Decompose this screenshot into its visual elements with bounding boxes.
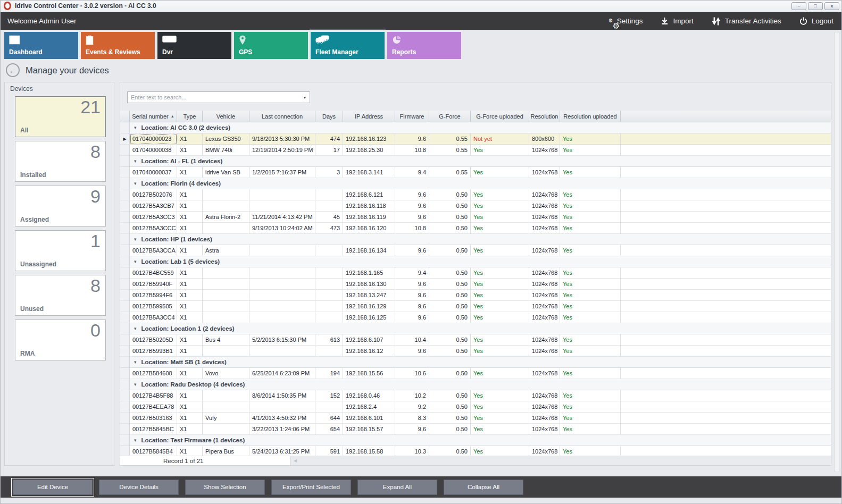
group-row[interactable]: ▾ Location: Location 1 (2 devices) bbox=[120, 323, 831, 334]
vertical-scrollbar[interactable] bbox=[834, 32, 839, 472]
cell-serial: 00127B5993B1 bbox=[130, 346, 177, 357]
show-selection-button[interactable]: Show Selection bbox=[185, 480, 265, 495]
column-header-ip-address[interactable]: IP Address bbox=[343, 111, 395, 122]
group-row[interactable]: ▾ Location: Radu Desktop (4 devices) bbox=[120, 379, 831, 390]
tab-gps[interactable]: GPS bbox=[234, 32, 308, 59]
nav-next-button[interactable] bbox=[214, 458, 218, 463]
device-row[interactable]: 00127B5994F6X1192.168.13.2479.60.50Yes10… bbox=[120, 290, 831, 301]
group-row[interactable]: ▾ Location: HP (1 devices) bbox=[120, 234, 831, 245]
logout-action[interactable]: Logout bbox=[799, 17, 833, 26]
group-row-indicator bbox=[120, 122, 130, 133]
device-row[interactable]: 017040000038X1BMW 740i12/19/2014 2:50:19… bbox=[120, 145, 831, 156]
search-input[interactable] bbox=[128, 92, 300, 103]
tab-reports[interactable]: Reports bbox=[387, 32, 461, 59]
grid-toolbar: ▼ bbox=[120, 82, 831, 111]
column-header-firmware[interactable]: Firmware bbox=[395, 111, 429, 122]
device-row[interactable]: 00127B599505X1192.168.16.1299.60.50Yes10… bbox=[120, 301, 831, 312]
group-row[interactable]: ▾ Location: Test Firmware (1 devices) bbox=[120, 435, 831, 446]
tab-fleet-manager[interactable]: Fleet Manager bbox=[311, 32, 385, 59]
cell-gforce-uploaded: Yes bbox=[471, 245, 529, 256]
cell-last-connection bbox=[249, 301, 315, 312]
transfer-activities-action[interactable]: rect,polygon{fill:#fff} Transfer Activit… bbox=[712, 17, 781, 26]
group-row[interactable]: ▾ Location: Florin (4 devices) bbox=[120, 178, 831, 189]
tab-events-reviews[interactable]: Events & Reviews bbox=[81, 32, 155, 59]
cell-vehicle bbox=[203, 424, 249, 435]
group-row[interactable]: ▾ Location: Matt SB (1 devices) bbox=[120, 357, 831, 368]
tab-dvr[interactable]: Dvr bbox=[157, 32, 231, 59]
minimize-button[interactable]: – bbox=[791, 2, 806, 10]
horizontal-scrollbar[interactable]: ◀ bbox=[290, 456, 831, 465]
column-header-serial-number[interactable]: Serial number▲ bbox=[130, 111, 177, 122]
cell-days: 152 bbox=[315, 390, 343, 401]
cell-ip: 192.168.15.58 bbox=[343, 446, 395, 456]
nav-prev-page-button[interactable] bbox=[137, 458, 144, 463]
device-row[interactable]: ▶017040000023X1Lexus GS3509/18/2013 5:30… bbox=[120, 133, 831, 145]
device-row[interactable]: 00127B584608X1Vovo6/25/2014 6:23:09 PM19… bbox=[120, 368, 831, 379]
vehicles-icon bbox=[315, 35, 330, 46]
device-filter-card-installed[interactable]: 8 Installed bbox=[15, 141, 106, 182]
row-indicator bbox=[120, 189, 130, 200]
cell-gforce-uploaded: Yes bbox=[471, 200, 529, 212]
nav-prev-button[interactable] bbox=[149, 458, 153, 463]
import-action[interactable]: Import bbox=[661, 17, 693, 26]
device-filter-card-unassigned[interactable]: 1 Unassigned bbox=[15, 230, 106, 271]
cell-days: 654 bbox=[315, 424, 343, 435]
close-button[interactable]: x bbox=[824, 2, 839, 10]
back-button[interactable]: ← bbox=[6, 63, 20, 77]
device-row[interactable]: 00127B5993B1X1192.168.16.129.60.50Yes102… bbox=[120, 346, 831, 357]
device-details-button[interactable]: Device Details bbox=[99, 480, 179, 495]
column-header-type[interactable]: Type bbox=[177, 111, 203, 122]
device-row[interactable]: 00127B4EEA78X1192.168.2.49.20.50Yes1024x… bbox=[120, 401, 831, 413]
device-row[interactable]: 00127B5A3CC3X1Astra Florin-211/21/2014 4… bbox=[120, 212, 831, 223]
device-row[interactable]: 00127B5A3CB7X1192.168.16.1189.60.50Yes10… bbox=[120, 200, 831, 212]
cell-firmware: 9.2 bbox=[395, 401, 429, 413]
device-filter-card-rma[interactable]: 0 RMA bbox=[15, 320, 106, 360]
group-row[interactable]: ▾ Location: Lab 1 (5 devices) bbox=[120, 256, 831, 267]
device-row[interactable]: 00127B503163X1Vufy4/1/2013 4:50:32 PM644… bbox=[120, 413, 831, 424]
device-row[interactable]: 00127B4B5F88X18/6/2014 1:50:35 PM152192.… bbox=[120, 390, 831, 401]
device-row[interactable]: 017040000037X1idrive Van SB1/2/2015 7:16… bbox=[120, 167, 831, 178]
device-row[interactable]: 00127B4BC559X1192.168.1.1659.40.50Yes102… bbox=[120, 267, 831, 279]
maximize-button[interactable]: □ bbox=[808, 2, 823, 10]
top-bar: Welcome Admin User ⚙⚙ Settings Import re… bbox=[0, 12, 842, 30]
column-header-last-connection[interactable]: Last connection bbox=[249, 111, 315, 122]
column-header-resolution-uploaded[interactable]: Resolution uploaded bbox=[560, 111, 621, 122]
device-row[interactable]: 00127B502076X1192.168.6.1219.60.50Yes102… bbox=[120, 189, 831, 200]
nav-last-button[interactable] bbox=[235, 458, 242, 463]
cell-vehicle: Astra bbox=[203, 245, 249, 256]
device-row[interactable]: 00127B5A3CCCX19/19/2013 10:24:02 AM47319… bbox=[120, 223, 831, 234]
cell-filler bbox=[621, 346, 831, 357]
tab-dashboard[interactable]: Dashboard bbox=[4, 32, 78, 59]
cell-gforce-uploaded: Not yet bbox=[471, 133, 529, 145]
device-row[interactable]: 00127B59940FX1192.168.16.1309.60.50Yes10… bbox=[120, 279, 831, 290]
column-header-days[interactable]: Days bbox=[315, 111, 343, 122]
column-header-vehicle[interactable]: Vehicle bbox=[203, 111, 249, 122]
group-row[interactable]: ▾ Location: Al CC 3.0 (2 devices) bbox=[120, 122, 831, 133]
device-filter-card-all[interactable]: 21 All bbox=[15, 96, 106, 137]
column-header-g-force[interactable]: G-Force bbox=[429, 111, 471, 122]
cell-type: X1 bbox=[177, 446, 203, 456]
cell-type: X1 bbox=[177, 424, 203, 435]
device-row[interactable]: 00127B5A3CC4X1192.168.16.1259.60.50Yes10… bbox=[120, 312, 831, 323]
cell-ip: 192.168.0.46 bbox=[343, 390, 395, 401]
column-header-resolution[interactable]: Resolution bbox=[529, 111, 560, 122]
device-row[interactable]: 00127B5845B4X1Pipera Bus5/24/2013 6:31:2… bbox=[120, 446, 831, 456]
collapse-all-button[interactable]: Collapse All bbox=[444, 480, 523, 495]
device-filter-card-unused[interactable]: 8 Unused bbox=[15, 275, 106, 316]
nav-first-button[interactable] bbox=[124, 458, 132, 463]
settings-action[interactable]: ⚙⚙ Settings bbox=[613, 17, 643, 26]
cell-serial: 00127B5A3CCC bbox=[130, 223, 177, 234]
device-row[interactable]: 00127B50205DX1Bus 45/2/2013 6:15:30 PM61… bbox=[120, 334, 831, 346]
search-dropdown-icon[interactable]: ▼ bbox=[300, 92, 310, 103]
nav-next-page-button[interactable] bbox=[223, 458, 229, 463]
group-row[interactable]: ▾ Location: Al - FL (1 devices) bbox=[120, 156, 831, 167]
device-row[interactable]: 00127B5845BCX13/22/2013 1:24:06 PM654192… bbox=[120, 424, 831, 435]
device-filter-card-assigned[interactable]: 9 Assigned bbox=[15, 186, 106, 226]
window-title: Idrive Control Center - 3.0.2 version - … bbox=[15, 2, 156, 10]
row-indicator bbox=[120, 401, 130, 413]
device-row[interactable]: 00127B5A3CCAX1Astra192.168.16.1349.60.50… bbox=[120, 245, 831, 256]
edit-device-button[interactable]: Edit Device bbox=[13, 480, 93, 495]
export-print-selected-button[interactable]: Export/Print Selected bbox=[271, 480, 351, 495]
column-header-g-force-uploaded[interactable]: G-Force uploaded bbox=[471, 111, 529, 122]
expand-all-button[interactable]: Expand All bbox=[357, 480, 437, 495]
